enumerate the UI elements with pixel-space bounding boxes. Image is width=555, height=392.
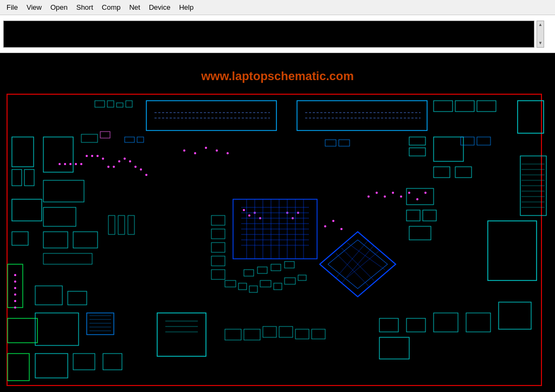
svg-rect-102 xyxy=(211,256,225,266)
svg-rect-95 xyxy=(406,188,434,205)
svg-point-59 xyxy=(14,280,16,283)
svg-point-27 xyxy=(64,163,66,165)
svg-rect-16 xyxy=(8,318,37,343)
svg-rect-97 xyxy=(423,210,436,221)
svg-rect-143 xyxy=(244,270,254,276)
svg-rect-139 xyxy=(325,140,336,146)
svg-rect-154 xyxy=(279,326,293,337)
svg-point-58 xyxy=(14,274,16,276)
svg-rect-145 xyxy=(271,264,281,271)
svg-rect-114 xyxy=(379,318,398,332)
menu-bar: File View Open Short Comp Net Device Hel… xyxy=(0,0,555,15)
watermark-text: www.laptopschematic.com xyxy=(201,69,354,83)
menu-comp[interactable]: Comp xyxy=(98,2,125,13)
svg-rect-90 xyxy=(434,137,463,161)
svg-rect-124 xyxy=(274,283,282,290)
svg-rect-125 xyxy=(285,278,295,284)
pcb-canvas[interactable]: www.laptopschematic.com xyxy=(0,53,555,392)
svg-point-35 xyxy=(107,166,109,168)
svg-point-46 xyxy=(216,149,218,152)
svg-rect-156 xyxy=(312,329,325,339)
svg-rect-118 xyxy=(466,313,491,332)
svg-rect-152 xyxy=(244,329,260,340)
svg-rect-121 xyxy=(238,283,247,290)
svg-rect-89 xyxy=(488,221,537,280)
menu-net[interactable]: Net xyxy=(125,2,144,13)
svg-rect-12 xyxy=(24,169,34,186)
svg-rect-17 xyxy=(8,354,29,381)
search-input[interactable] xyxy=(3,21,534,48)
svg-point-43 xyxy=(183,149,185,152)
svg-rect-158 xyxy=(118,215,125,234)
svg-rect-99 xyxy=(211,215,225,225)
svg-point-48 xyxy=(243,209,245,211)
svg-rect-142 xyxy=(477,137,491,145)
svg-rect-151 xyxy=(225,329,241,340)
menu-open[interactable]: Open xyxy=(46,2,72,13)
svg-rect-24 xyxy=(73,232,98,248)
svg-rect-138 xyxy=(137,137,144,142)
svg-rect-146 xyxy=(285,262,294,268)
svg-rect-91 xyxy=(434,167,450,178)
svg-point-61 xyxy=(14,293,16,296)
svg-point-62 xyxy=(14,300,16,302)
menu-short[interactable]: Short xyxy=(72,2,98,13)
svg-rect-100 xyxy=(211,229,225,239)
svg-rect-111 xyxy=(103,354,122,370)
vertical-scrollbar[interactable]: ▲ ▼ xyxy=(537,21,544,48)
svg-point-40 xyxy=(134,166,137,168)
svg-rect-150 xyxy=(126,101,132,107)
svg-rect-116 xyxy=(379,337,409,359)
svg-point-161 xyxy=(376,192,378,194)
svg-rect-19 xyxy=(81,134,98,142)
svg-point-34 xyxy=(102,158,104,160)
svg-rect-137 xyxy=(125,137,134,142)
svg-rect-122 xyxy=(249,286,257,292)
svg-line-86 xyxy=(341,245,374,283)
svg-rect-14 xyxy=(12,232,28,245)
scroll-down-arrow[interactable]: ▼ xyxy=(538,41,543,46)
menu-device[interactable]: Device xyxy=(145,2,175,13)
svg-point-37 xyxy=(118,160,120,162)
svg-point-30 xyxy=(80,163,82,165)
svg-rect-101 xyxy=(211,243,225,252)
svg-rect-23 xyxy=(43,232,68,248)
svg-line-85 xyxy=(336,253,369,286)
menu-file[interactable]: File xyxy=(2,2,22,13)
svg-rect-147 xyxy=(95,101,105,107)
svg-point-160 xyxy=(367,195,370,198)
menu-help[interactable]: Help xyxy=(175,2,198,13)
svg-point-29 xyxy=(75,163,77,165)
svg-rect-22 xyxy=(43,207,76,226)
svg-point-41 xyxy=(140,168,142,171)
svg-rect-7 xyxy=(455,101,474,112)
svg-rect-103 xyxy=(211,270,225,279)
svg-point-55 xyxy=(324,225,326,227)
svg-rect-18 xyxy=(43,137,73,172)
svg-point-60 xyxy=(14,287,16,289)
svg-rect-3 xyxy=(297,101,427,130)
svg-point-163 xyxy=(392,192,394,194)
svg-rect-8 xyxy=(477,101,496,112)
svg-rect-94 xyxy=(409,148,425,156)
svg-rect-123 xyxy=(260,280,271,287)
svg-point-44 xyxy=(194,152,196,154)
svg-rect-117 xyxy=(434,313,458,332)
svg-point-63 xyxy=(14,306,16,309)
svg-rect-6 xyxy=(434,101,453,112)
svg-rect-10 xyxy=(12,137,34,167)
scroll-up-arrow[interactable]: ▲ xyxy=(538,22,543,28)
svg-rect-148 xyxy=(107,101,114,107)
svg-point-32 xyxy=(91,155,93,157)
svg-rect-157 xyxy=(108,215,115,234)
svg-rect-104 xyxy=(157,313,206,356)
svg-rect-140 xyxy=(339,140,350,146)
svg-rect-168 xyxy=(87,313,114,335)
schematic-overlay xyxy=(0,53,555,392)
svg-rect-21 xyxy=(43,180,84,202)
svg-point-26 xyxy=(59,163,61,165)
svg-rect-120 xyxy=(225,280,236,287)
toolbar: ▲ ▼ xyxy=(0,15,555,53)
menu-view[interactable]: View xyxy=(22,2,46,13)
svg-point-165 xyxy=(408,192,410,194)
